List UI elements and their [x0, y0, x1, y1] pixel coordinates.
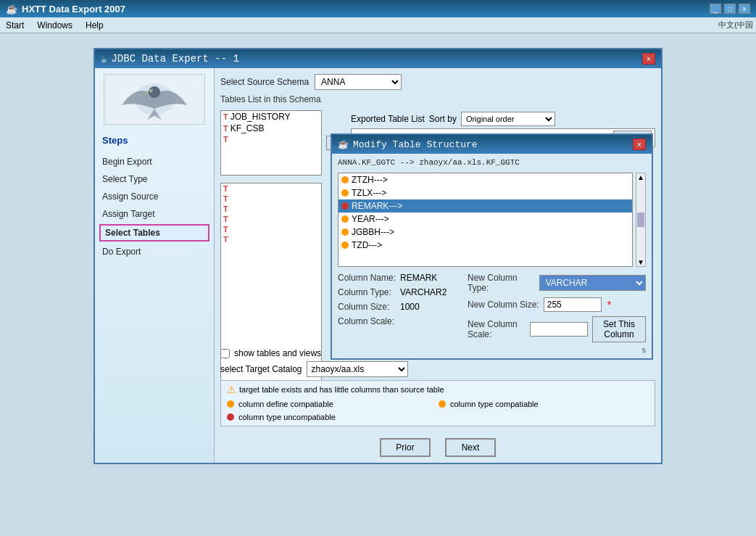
- step-do-export[interactable]: Do Export: [95, 243, 214, 260]
- tbl-item-4[interactable]: T: [221, 214, 321, 224]
- tbl-item-1[interactable]: T: [221, 184, 321, 194]
- target-catalog-row: select Target Catalog zhaoyx/aa.xls: [220, 361, 655, 377]
- legend-area: ⚠ target table exists and has little col…: [220, 380, 655, 426]
- source-schema-row: Select Source Schema ANNA: [220, 74, 655, 90]
- legend-row-1: column define compatiable: [227, 400, 437, 408]
- step-assign-source[interactable]: Assign Source: [95, 188, 214, 205]
- steps-title: Steps: [95, 132, 214, 149]
- table-item-kf-ggtc[interactable]: T: [221, 134, 321, 144]
- col-dot-red-1: [341, 202, 349, 210]
- source-schema-select[interactable]: ANNA: [315, 74, 402, 90]
- lang-btn[interactable]: 中文(中国: [718, 20, 753, 30]
- menu-help[interactable]: Help: [83, 20, 107, 31]
- sort-select[interactable]: Original order: [461, 112, 555, 126]
- new-col-scale-row: New Column Scale: Set This Column: [468, 316, 646, 342]
- menu-windows[interactable]: Windows: [34, 20, 75, 31]
- steps-logo: [104, 74, 205, 125]
- leg-dot-orange-2: [439, 400, 446, 408]
- next-btn[interactable]: Next: [445, 438, 496, 457]
- close-app-btn[interactable]: ×: [739, 4, 750, 14]
- tbl-item-6[interactable]: T: [221, 234, 321, 244]
- col-dot-orange-3: [341, 215, 349, 223]
- main-dialog-close-btn[interactable]: ×: [642, 53, 655, 65]
- col-scale-label: Column Scale:: [338, 316, 396, 326]
- col-item-year[interactable]: YEAR--->: [338, 213, 632, 226]
- show-tables-label: show tables and views: [234, 348, 321, 358]
- svg-point-4: [151, 90, 153, 91]
- warn-icon: ⚠: [227, 384, 236, 395]
- new-col-scale-input[interactable]: [530, 322, 588, 337]
- main-dialog-title-bar: ☕ JDBC Data Expert -- 1 ×: [95, 49, 661, 68]
- target-catalog-label: select Target Catalog: [220, 364, 302, 374]
- tbl-item-3[interactable]: T: [221, 204, 321, 214]
- col-scrollbar[interactable]: ▲ ▼: [636, 173, 646, 267]
- table-item-kf-csb[interactable]: T KF_CSB: [221, 123, 321, 134]
- source-schema-label: Select Source Schema: [220, 77, 309, 87]
- tbl-item-2[interactable]: T: [221, 194, 321, 204]
- exported-label: Exported Table List: [351, 114, 425, 124]
- app-title: HXTT Data Export 2007: [22, 4, 125, 15]
- new-col-size-input[interactable]: [544, 297, 602, 312]
- prop-col-name-row: Column Name: REMARK: [338, 273, 460, 283]
- new-col-scale-label: New Column Scale:: [468, 319, 526, 339]
- col-item-jgbbh[interactable]: JGBBH--->: [338, 226, 632, 239]
- set-column-btn[interactable]: Set This Column: [592, 316, 646, 342]
- col-dot-orange-4: [341, 228, 349, 236]
- step-begin-export[interactable]: Begin Export: [95, 153, 214, 170]
- step-assign-target[interactable]: Assign Target: [95, 205, 214, 223]
- col-dot-orange-5: [341, 242, 349, 249]
- col-dot-orange-2: [341, 189, 349, 197]
- col-item-ztzh[interactable]: ZTZH--->: [338, 173, 632, 186]
- scroll-down[interactable]: ▼: [637, 258, 644, 266]
- col-dot-orange-1: [341, 176, 349, 184]
- prior-btn[interactable]: Prior: [380, 438, 431, 457]
- show-tables-checkbox[interactable]: [220, 349, 230, 358]
- main-dialog: ☕ JDBC Data Expert -- 1 ×: [94, 48, 662, 464]
- right-panel: Select Source Schema ANNA Tables List in…: [215, 68, 661, 463]
- steps-panel: Steps Begin Export Select Type Assign So…: [95, 68, 215, 463]
- scroll-up[interactable]: ▲: [637, 173, 644, 181]
- col-size-value: 1000: [400, 302, 420, 312]
- sort-label: Sort by: [429, 114, 457, 124]
- right-label: s: [338, 345, 646, 354]
- new-col-size-label: New Column Size:: [468, 300, 539, 310]
- col-name-value: REMARK: [400, 273, 437, 283]
- new-col-type-select[interactable]: VARCHAR: [539, 275, 646, 291]
- legend-row-2: column type compatiable: [439, 400, 649, 408]
- dialog-icon: ☕: [101, 53, 107, 65]
- modify-path: ANNA.KF_GGTC --> zhaoyx/aa.xls.KF_GGTC: [338, 158, 646, 167]
- scroll-thumb: [637, 213, 644, 227]
- tbl-item-5[interactable]: T: [221, 224, 321, 234]
- minimize-btn[interactable]: _: [710, 4, 721, 14]
- col-item-remark[interactable]: REMARK--->: [338, 199, 632, 213]
- table-icon-3: T: [223, 135, 228, 144]
- target-catalog-select[interactable]: zhaoyx/aa.xls: [307, 361, 408, 377]
- prop-col-scale-row: Column Scale:: [338, 316, 460, 326]
- step-select-type[interactable]: Select Type: [95, 170, 214, 188]
- modify-dialog-title: Modify Table Structure: [353, 139, 478, 150]
- dialog-body: Steps Begin Export Select Type Assign So…: [95, 68, 661, 463]
- legend-label-2: column type compatiable: [450, 400, 539, 408]
- col-size-label: Column Size:: [338, 302, 396, 312]
- modify-dialog-icon: ☕: [338, 139, 349, 149]
- columns-list: ZTZH---> TZLX---> REMARK--->: [338, 173, 633, 267]
- new-col-type-row: New Column Type: VARCHAR: [468, 273, 646, 293]
- modify-dialog-title-bar: ☕ Modify Table Structure ×: [332, 135, 652, 154]
- col-item-tzd[interactable]: TZD--->: [338, 239, 632, 252]
- col-type-value: VARCHAR2: [400, 287, 446, 297]
- step-select-tables[interactable]: Select Tables: [99, 224, 209, 242]
- modify-dialog-close-btn[interactable]: ×: [633, 139, 646, 150]
- bottom-area: show tables and views select Target Cata…: [215, 348, 661, 426]
- col-name-label: Column Name:: [338, 273, 396, 283]
- menu-start[interactable]: Start: [3, 20, 27, 31]
- app-title-bar: ☕ HXTT Data Export 2007 _ □ ×: [0, 0, 756, 17]
- main-dialog-title: JDBC Data Expert -- 1: [111, 53, 238, 65]
- new-col-type-label: New Column Type:: [468, 273, 535, 293]
- target-warning: ⚠ target table exists and has little col…: [227, 384, 649, 395]
- leg-dot-red-1: [227, 413, 234, 421]
- table-item-job-history[interactable]: T JOB_HISTORY: [221, 111, 321, 123]
- leg-dot-orange-1: [227, 400, 234, 408]
- main-content: ☕ JDBC Data Expert -- 1 ×: [0, 33, 756, 536]
- maximize-btn[interactable]: □: [724, 4, 736, 14]
- col-item-tzlx[interactable]: TZLX--->: [338, 186, 632, 199]
